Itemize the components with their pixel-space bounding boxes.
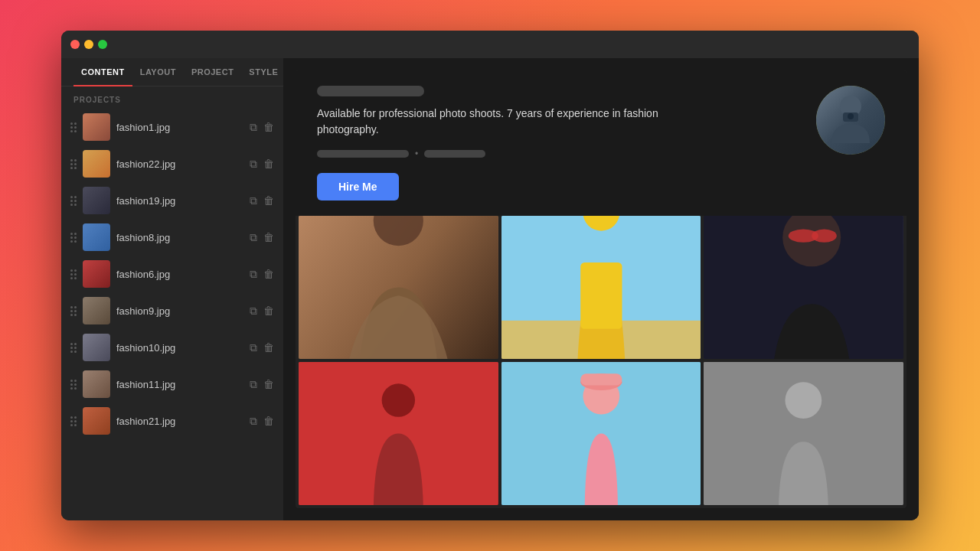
- photo-4-content: [299, 362, 498, 505]
- tab-content[interactable]: CONTENT: [74, 58, 132, 86]
- delete-icon-fashion21[interactable]: 🗑: [263, 415, 274, 428]
- main-content: Available for professional photo shoots.…: [283, 58, 919, 520]
- svg-point-2: [848, 113, 854, 119]
- avatar-image: [816, 86, 885, 155]
- drag-handle-fashion19: [70, 196, 77, 206]
- profile-info: Available for professional photo shoots.…: [317, 86, 801, 201]
- thumb-fashion6: [83, 260, 110, 288]
- photo-3-content: [704, 216, 903, 359]
- svg-rect-18: [580, 373, 622, 385]
- close-button[interactable]: [70, 40, 80, 49]
- project-actions-fashion11: ⧉ 🗑: [250, 378, 274, 391]
- projects-label: PROJECTS: [61, 86, 283, 109]
- delete-icon-fashion6[interactable]: 🗑: [263, 268, 274, 281]
- project-name-fashion6: fashion6.jpg: [116, 269, 243, 280]
- svg-point-12: [812, 229, 838, 242]
- project-item-fashion19[interactable]: fashion19.jpg ⧉ 🗑: [61, 182, 283, 219]
- photo-cell-3: [704, 216, 903, 359]
- delete-icon-fashion10[interactable]: 🗑: [263, 341, 274, 354]
- project-item-fashion6[interactable]: fashion6.jpg ⧉ 🗑: [61, 256, 283, 292]
- minimize-button[interactable]: [84, 40, 93, 49]
- photo-2-content: [501, 216, 701, 359]
- project-item-fashion11[interactable]: fashion11.jpg ⧉ 🗑: [61, 366, 283, 403]
- project-name-fashion21: fashion21.jpg: [116, 416, 243, 427]
- drag-handle-fashion10: [70, 343, 77, 353]
- project-name-fashion9: fashion9.jpg: [116, 305, 243, 317]
- drag-handle-fashion6: [70, 269, 77, 279]
- copy-icon-fashion6[interactable]: ⧉: [250, 268, 257, 281]
- project-name-fashion8: fashion8.jpg: [116, 232, 243, 243]
- thumb-fashion21: [83, 407, 110, 435]
- app-body: CONTENT LAYOUT PROJECT STYLE PROJECTS fa…: [61, 58, 919, 520]
- drag-handle-fashion22: [70, 159, 77, 169]
- copy-icon-fashion11[interactable]: ⧉: [250, 378, 257, 391]
- hire-me-button[interactable]: Hire Me: [317, 173, 399, 201]
- photo-cell-1: [299, 216, 498, 359]
- drag-handle-fashion21: [70, 416, 77, 426]
- copy-icon-fashion21[interactable]: ⧉: [250, 415, 257, 428]
- thumb-fashion10: [83, 334, 110, 361]
- tag-bar-2: [424, 150, 485, 158]
- delete-icon-fashion1[interactable]: 🗑: [263, 121, 274, 134]
- project-actions-fashion9: ⧉ 🗑: [250, 305, 274, 318]
- project-name-fashion10: fashion10.jpg: [116, 342, 243, 354]
- thumb-fashion9: [83, 297, 110, 324]
- drag-handle-fashion1: [70, 122, 77, 132]
- copy-icon-fashion22[interactable]: ⧉: [250, 158, 257, 171]
- thumb-fashion8: [83, 223, 110, 251]
- copy-icon-fashion8[interactable]: ⧉: [250, 231, 257, 244]
- photo-grid: [296, 216, 906, 508]
- delete-icon-fashion22[interactable]: 🗑: [263, 158, 274, 171]
- drag-handle-fashion11: [70, 380, 77, 390]
- photo-cell-5: [501, 362, 701, 505]
- project-actions-fashion21: ⧉ 🗑: [250, 415, 274, 428]
- tab-project[interactable]: PROJECT: [184, 58, 241, 86]
- tab-style[interactable]: STYLE: [241, 58, 283, 86]
- svg-rect-8: [580, 262, 622, 329]
- tab-layout[interactable]: LAYOUT: [132, 58, 184, 86]
- delete-icon-fashion8[interactable]: 🗑: [263, 231, 274, 244]
- thumb-fashion11: [83, 370, 110, 398]
- photo-cell-6: [704, 362, 903, 505]
- avatar: [816, 86, 885, 155]
- project-actions-fashion10: ⧉ 🗑: [250, 341, 274, 354]
- project-item-fashion22[interactable]: fashion22.jpg ⧉ 🗑: [61, 145, 283, 182]
- preview-area: Available for professional photo shoots.…: [296, 70, 906, 508]
- delete-icon-fashion9[interactable]: 🗑: [263, 305, 274, 318]
- copy-icon-fashion19[interactable]: ⧉: [250, 194, 257, 207]
- delete-icon-fashion19[interactable]: 🗑: [263, 194, 274, 207]
- project-item-fashion1[interactable]: fashion1.jpg ⧉ 🗑: [61, 109, 283, 145]
- photo-6-content: [704, 362, 903, 505]
- project-actions-fashion6: ⧉ 🗑: [250, 268, 274, 281]
- delete-icon-fashion11[interactable]: 🗑: [263, 378, 274, 391]
- project-item-fashion10[interactable]: fashion10.jpg ⧉ 🗑: [61, 329, 283, 366]
- copy-icon-fashion10[interactable]: ⧉: [250, 341, 257, 354]
- project-name-fashion11: fashion11.jpg: [116, 379, 243, 390]
- sidebar: CONTENT LAYOUT PROJECT STYLE PROJECTS fa…: [61, 58, 283, 520]
- project-name-fashion1: fashion1.jpg: [116, 122, 243, 133]
- copy-icon-fashion1[interactable]: ⧉: [250, 121, 257, 134]
- thumb-fashion1: [83, 113, 110, 141]
- thumb-fashion19: [83, 187, 110, 214]
- project-list: fashion1.jpg ⧉ 🗑 fashion22.jpg ⧉ 🗑 fashi…: [61, 109, 283, 520]
- profile-name-placeholder: [317, 86, 424, 96]
- copy-icon-fashion9[interactable]: ⧉: [250, 305, 257, 318]
- project-name-fashion19: fashion19.jpg: [116, 195, 243, 207]
- thumb-fashion22: [83, 150, 110, 178]
- project-item-fashion8[interactable]: fashion8.jpg ⧉ 🗑: [61, 219, 283, 256]
- profile-section: Available for professional photo shoots.…: [296, 70, 906, 216]
- title-bar: [61, 31, 919, 58]
- photo-1-content: [299, 216, 498, 359]
- app-window: CONTENT LAYOUT PROJECT STYLE PROJECTS fa…: [61, 31, 919, 520]
- project-actions-fashion1: ⧉ 🗑: [250, 121, 274, 134]
- project-actions-fashion22: ⧉ 🗑: [250, 158, 274, 171]
- project-item-fashion9[interactable]: fashion9.jpg ⧉ 🗑: [61, 292, 283, 329]
- photo-cell-4: [299, 362, 498, 505]
- photo-cell-2: [501, 216, 701, 359]
- drag-handle-fashion9: [70, 306, 77, 316]
- maximize-button[interactable]: [98, 40, 107, 49]
- project-item-fashion21[interactable]: fashion21.jpg ⧉ 🗑: [61, 403, 283, 439]
- project-actions-fashion8: ⧉ 🗑: [250, 231, 274, 244]
- profile-tags: •: [317, 148, 801, 159]
- tag-bar-1: [317, 150, 409, 158]
